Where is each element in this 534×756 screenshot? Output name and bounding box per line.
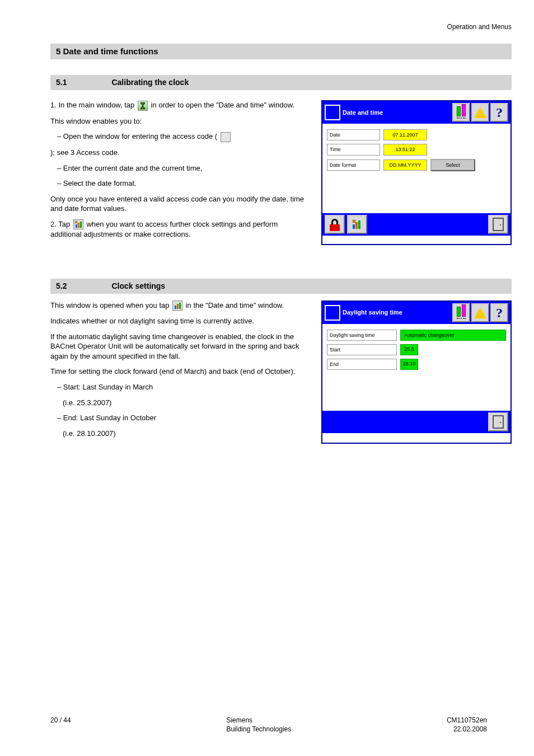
svg-rect-8 [179, 303, 181, 309]
svg-rect-1 [78, 223, 79, 228]
intro-text: This window enables you to: [50, 116, 310, 126]
svg-rect-3 [353, 224, 355, 229]
dst-panel-title: Daylight saving time [343, 308, 450, 317]
step1-num: 1. [50, 101, 57, 109]
doc-title: Operation and Menus [447, 23, 512, 31]
after-bullets: Only once you have entered a valid acces… [50, 194, 310, 214]
section-5-title-bar: 5 Date and time functions [50, 44, 512, 59]
help-icon[interactable]: ? [490, 303, 508, 322]
sec2-bullet-pre: Time for setting the clock forward (end … [50, 367, 310, 377]
step2-post: when you want to access further clock se… [50, 220, 278, 239]
svg-rect-2 [80, 222, 82, 228]
help-icon[interactable]: ? [490, 103, 508, 122]
sec2-bullet-b-1: – End: Last Sunday in October [50, 413, 310, 423]
sec2-bullet-a-2: (i.e. 25.3.2007) [50, 398, 310, 408]
bullet-c: Select the date format. [63, 179, 137, 187]
panel-titlebar: Date and time ? [322, 101, 510, 124]
step1-text-b: in order to open the "Date and time" win… [151, 101, 294, 109]
date-label: Date [327, 129, 380, 140]
exit-door-icon[interactable] [488, 215, 508, 234]
sec2-para2: If the automatic daylight saving time ch… [50, 332, 310, 361]
dateformat-value[interactable]: DD.MM.YYYY [383, 159, 427, 171]
time-label: Time [327, 144, 380, 155]
date-time-panel: Date and time ? Date 07.11.2007 Time 13:… [321, 100, 512, 245]
section-5-2-title-bar: 5.2 Clock settings [50, 279, 512, 294]
exit-door-icon[interactable] [488, 412, 508, 431]
panel-titlebar: Daylight saving time ? [322, 302, 510, 324]
svg-rect-0 [76, 224, 77, 228]
section-5-1-body: 1. In the main window, tap in order to o… [50, 100, 310, 245]
warning-icon[interactable] [471, 303, 489, 322]
tools-icon [73, 219, 83, 229]
padlock-icon[interactable] [325, 215, 345, 234]
step1-text-a: In the main window, tap [58, 101, 136, 109]
time-value[interactable]: 13:51:22 [383, 144, 427, 155]
warning-icon[interactable] [471, 103, 489, 122]
dst-start-label: Start [327, 344, 397, 355]
page-header: Operation and Menus [50, 22, 512, 31]
bars-icon[interactable] [452, 103, 470, 122]
svg-rect-6 [175, 306, 176, 309]
sec2-bullet-b-2: (i.e. 28.10.2007) [50, 429, 310, 439]
bullet-b: Enter the current date and the current t… [63, 164, 203, 172]
section-5-title: 5 Date and time functions [56, 46, 158, 57]
dateformat-label: Date format [327, 159, 380, 171]
svg-rect-7 [177, 304, 179, 309]
dst-label: Daylight saving time [327, 330, 397, 341]
section-5-2-body: This window is opened when you tap in th… [50, 300, 310, 444]
date-value[interactable]: 07.11.2007 [383, 129, 427, 140]
section-5-1-num: 5.1 [56, 77, 67, 88]
tools-icon [172, 300, 182, 311]
padlock-icon [221, 132, 231, 142]
dst-end-value[interactable]: 28.10 [400, 359, 418, 370]
sec2-para1: Indicates whether or not daylight saving… [50, 316, 310, 326]
section-5-1-title-bar: 5.1 Calibrating the clock [50, 75, 512, 90]
section-5-1-title: Calibrating the clock [67, 77, 506, 88]
panel-title: Date and time [343, 109, 450, 117]
dst-start-value[interactable]: 25.3 [400, 344, 418, 355]
select-button[interactable]: Select [430, 159, 475, 171]
bullet-a-pre: Open the window for entering the access … [63, 132, 217, 140]
dst-end-label: End [327, 359, 397, 370]
dst-value[interactable]: Automatic changeover [400, 330, 506, 341]
svg-rect-5 [358, 220, 360, 229]
step2-pre: Tap [58, 220, 72, 228]
section-5-2-title: Clock settings [67, 281, 506, 292]
tools-icon[interactable] [347, 215, 367, 234]
sec2-bullet-a-1: – Start: Last Sunday in March [50, 382, 310, 392]
sec2-intro-post: in the "Date and time" window. [186, 301, 284, 309]
panel-title-square [325, 105, 340, 120]
sec2-intro-pre: This window is opened when you tap [50, 301, 171, 309]
panel-title-square [325, 305, 340, 321]
section-5-2-num: 5.2 [56, 281, 67, 292]
step2-num: 2. [50, 220, 57, 228]
hourglass-icon [138, 101, 148, 111]
bars-icon[interactable] [452, 303, 470, 322]
svg-rect-4 [355, 222, 358, 229]
bullet-a-post: ); see 3 Access code. [50, 148, 120, 157]
dst-panel: Daylight saving time ? Daylight saving t… [321, 300, 512, 444]
